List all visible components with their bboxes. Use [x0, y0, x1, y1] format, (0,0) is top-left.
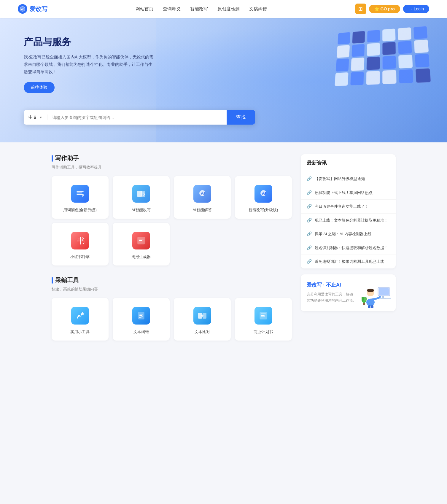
nav-home[interactable]: 网站首页: [136, 6, 153, 12]
search-input[interactable]: [47, 111, 227, 124]
svg-rect-4: [77, 194, 83, 195]
svg-text:书: 书: [77, 236, 85, 245]
link-icon: 🔗: [307, 245, 312, 250]
tool-card-compare[interactable]: 文本比对: [174, 298, 231, 341]
star-icon: ⭐: [374, 7, 379, 11]
link-icon: 🔗: [307, 218, 312, 222]
cube: [415, 68, 431, 83]
news-text: 揭示 AI 之谜：AI 内容检测器上线: [315, 231, 371, 237]
tool-card-weekly[interactable]: 周报生成器: [113, 223, 170, 265]
main-content: 写作助手 写作辅助工具，撰写效率提升: [46, 142, 402, 352]
svg-rect-28: [379, 288, 389, 295]
svg-rect-19: [139, 315, 142, 316]
cube: [382, 70, 397, 84]
cube: [351, 57, 365, 71]
tool-icon-writing: [71, 184, 90, 203]
tool-card-writing[interactable]: 用词润色(全新升级): [52, 176, 109, 219]
news-item-1[interactable]: 🔗 热搜功能正式上线！掌握网络热点: [301, 186, 396, 200]
tool-card-xiaohongshu[interactable]: 书 小红书种草: [52, 223, 109, 265]
svg-point-0: [20, 6, 25, 12]
tool-label: 文本比对: [195, 329, 210, 335]
search-button[interactable]: 查找: [227, 110, 255, 125]
writing-tools-grid: 用词润色(全新升级) AI智能改: [52, 176, 292, 265]
cube: [398, 27, 412, 40]
cube: [382, 55, 396, 69]
svg-rect-30: [381, 298, 386, 298]
nav-rewrite[interactable]: 智能改写: [190, 6, 208, 12]
tool-label: AI智能改写: [131, 207, 150, 213]
news-text: 热搜功能正式上线！掌握网络热点: [315, 190, 373, 196]
cube: [399, 69, 413, 84]
news-header: 最新资讯: [301, 154, 396, 172]
tool-card-ai-answer[interactable]: AI AI智能解答: [174, 176, 231, 219]
news-item-5[interactable]: 🔗 姓名识别利器：快速提取和解析姓名数据！: [301, 241, 396, 255]
tool-icon-xiaohongshu: 书: [71, 231, 90, 250]
logo-text: 爱改写: [30, 5, 47, 13]
svg-text:AI: AI: [201, 191, 205, 195]
cube: [398, 55, 413, 69]
tool-label: 实用小工具: [70, 329, 90, 335]
tool-label: AI智能解答: [193, 207, 211, 213]
tool-icon-compare: [193, 306, 212, 325]
cube: [337, 45, 350, 58]
svg-rect-14: [139, 240, 142, 241]
navbar: 爱改写 网站首页 查询释义 智能改写 原创度检测 文稿纠错 ⊞ ⭐ GO pro…: [0, 0, 447, 18]
nav-query[interactable]: 查询释义: [163, 6, 181, 12]
writing-section-subtitle: 写作辅助工具，撰写效率提升: [52, 165, 292, 170]
news-item-3[interactable]: 🔗 现已上线！文本颜色分析器让提取更精准！: [301, 214, 396, 228]
tool-card-tools[interactable]: 实用小工具: [52, 298, 109, 341]
left-column: 写作助手 写作辅助工具，撰写效率提升: [52, 154, 292, 341]
title-bar-decoration: [52, 277, 53, 284]
svg-rect-29: [382, 296, 384, 298]
hero-section: 产品与服务 我·爱改写已经全面接入国内AI大模型，作为你的智能伙伴，无论您的需求…: [0, 18, 447, 142]
search-language-selector[interactable]: 中文 ▼: [24, 115, 47, 120]
cube: [367, 30, 380, 43]
svg-rect-34: [368, 305, 370, 308]
trial-button[interactable]: 前往体验: [24, 82, 55, 93]
svg-rect-23: [261, 314, 266, 314]
link-icon: 🔗: [307, 259, 312, 264]
tool-label: 周报生成器: [131, 254, 151, 260]
writing-section: 写作助手 写作辅助工具，撰写效率提升: [52, 154, 292, 265]
site-logo[interactable]: 爱改写: [18, 4, 47, 14]
news-text: 【爱改写】网站升级模型通知: [315, 176, 365, 182]
writing-section-title: 写作助手: [52, 154, 292, 162]
right-column: 最新资讯 🔗 【爱改写】网站升级模型通知 🔗 热搜功能正式上线！掌握网络热点 🔗…: [301, 154, 396, 341]
tool-label: 用词润色(全新升级): [63, 207, 97, 213]
logo-icon: [18, 4, 27, 14]
hero-description: 我·爱改写已经全面接入国内AI大模型，作为你的智能伙伴，无论您的需求来自哪个领域…: [24, 53, 154, 76]
tool-card-ai-rewrite[interactable]: AI智能改写: [113, 176, 170, 219]
svg-rect-6: [141, 191, 145, 197]
promo-figure: [360, 276, 393, 308]
tool-card-proofread[interactable]: 文本纠错: [113, 298, 170, 341]
nav-proofread[interactable]: 文稿纠错: [249, 6, 267, 12]
cabian-section: 采编工具 快速、高效的辅助采编内容 实用小工: [52, 276, 292, 341]
cabian-section-subtitle: 快速、高效的辅助采编内容: [52, 287, 292, 292]
login-button[interactable]: → Login: [403, 5, 429, 13]
cube: [350, 71, 364, 85]
link-icon: 🔗: [307, 176, 312, 181]
tool-card-smart-rewrite[interactable]: AI 智能改写(升级版): [235, 176, 292, 219]
cube: [367, 43, 380, 56]
nav-links: 网站首页 查询释义 智能改写 原创度检测 文稿纠错: [136, 6, 267, 12]
svg-rect-24: [261, 315, 265, 316]
tool-icon-ai-answer: AI: [193, 184, 212, 203]
go-pro-button[interactable]: ⭐ GO pro: [369, 5, 400, 13]
cube: [415, 53, 430, 68]
grid-button[interactable]: ⊞: [355, 4, 366, 14]
nav-originality[interactable]: 原创度检测: [217, 6, 240, 12]
tool-card-business[interactable]: 商业计划书: [235, 298, 292, 341]
promo-panel: 爱改写 · 不止AI 充分利用爱改写的工具，解锁其功能并利用您的内容工作流。: [301, 274, 396, 311]
news-text: 姓名识别利器：快速提取和解析姓名数据！: [315, 245, 388, 251]
title-bar-decoration: [52, 155, 53, 162]
tool-icon-business: [254, 306, 273, 325]
news-item-4[interactable]: 🔗 揭示 AI 之谜：AI 内容检测器上线: [301, 227, 396, 241]
news-item-0[interactable]: 🔗 【爱改写】网站升级模型通知: [301, 172, 396, 186]
grid-icon: ⊞: [358, 6, 363, 12]
cube: [366, 56, 380, 70]
news-item-6[interactable]: 🔗 避免违规词汇！极限词检测工具现已上线: [301, 255, 396, 268]
tool-icon-proofread: [132, 306, 151, 325]
news-item-2[interactable]: 🔗 今日历史事件查询功能上线了！: [301, 200, 396, 214]
svg-point-16: [81, 313, 84, 315]
svg-rect-18: [139, 314, 143, 314]
